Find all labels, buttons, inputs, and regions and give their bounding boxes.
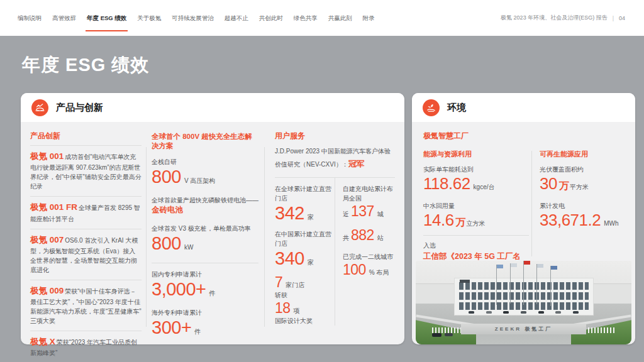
product-innovation-card: 产品与创新 产品创新 极氪 001成功首创“电动汽车单次充电行驶最远距离 907… <box>21 93 404 344</box>
stat-awarded-stores: 7 家门店 <box>275 275 335 290</box>
renewable-column: 可再生能源应用 光伏覆盖面积约 30 万 平方米 累计发电 33,671.2 M… <box>540 150 624 229</box>
report-nav: 编制说明 高管致辞 年度 ESG 绩效 关于极氪 可持续发展管治 超越不止 共创… <box>18 0 375 36</box>
service-heading: 用户服务 <box>275 131 395 141</box>
factory-heading: 极氪智慧工厂 <box>423 131 469 141</box>
nav-item-win-together[interactable]: 共赢此刻 <box>328 0 352 36</box>
stat-label: 累计发电 <box>540 201 624 211</box>
stat-label: 斩获 <box>275 290 335 300</box>
report-title: 极氪 2023 年环境、社会及治理(ESG) 报告 <box>501 14 608 22</box>
hand-leaf-icon <box>423 99 440 116</box>
china-flag <box>524 261 530 265</box>
stat-800kw: 800 kW <box>152 234 258 254</box>
jdpower-award: J.D.Power 2023 中国新能源汽车客户体验价值研究（NEV-CXVI）… <box>275 146 395 170</box>
list-item: 极氪 007OS6.0 首次引入 KrAI 大模型，为极氪智能交互系统（Eva）… <box>30 229 142 280</box>
product-card-header: 产品与创新 <box>21 93 404 122</box>
car-trend-icon <box>31 99 48 116</box>
stat-power-generated: 33,671.2 MWh <box>540 211 624 229</box>
stat-label: 中水回用量 <box>423 201 529 211</box>
battery-desc: 全球首款量产超快充磷酸铁锂电池—— <box>152 195 258 205</box>
stat-patents-os: 300+ 件 <box>152 318 258 338</box>
stat-label: 光伏覆盖面积约 <box>540 165 624 174</box>
stat-label: 自建充电站累计布局全国 <box>343 184 395 203</box>
top-nav-bar: 编制说明 高管致辞 年度 ESG 绩效 关于极氪 可持续发展管治 超越不止 共创… <box>0 0 644 36</box>
nav-item-appendix[interactable]: 附录 <box>363 0 375 36</box>
charging-tech-column: 全球首个 800V 超快充全生态解决方案 全栈自研 800 V 高压架构 全球首… <box>152 132 258 338</box>
building-logo <box>460 280 470 283</box>
column-divider <box>264 147 265 327</box>
stat-label: 在中国累计建立直营门店 <box>275 229 335 248</box>
environment-card-body: 极氪智慧工厂 能源与资源利用 实际单车能耗达到 118.62 kgce/台 中水… <box>412 122 635 344</box>
service-stats: 在全球累计建立直营门店 342 家 在中国累计建立直营门店 340 家 7 家门… <box>275 177 395 326</box>
nav-item-governance[interactable]: 可持续发展管治 <box>172 0 214 36</box>
stat-label: 已完成一二线城市 <box>343 252 395 261</box>
page-title: 年度 ESG 绩效 <box>22 53 149 78</box>
environment-card-header: 环境 <box>412 93 635 122</box>
meta-divider: | <box>613 15 614 21</box>
nav-item-beyond[interactable]: 超越不止 <box>225 0 248 36</box>
stat-label: 海外专利申请累计 <box>152 308 258 317</box>
stat-label: 全球首发 V3 极充桩，单枪最高功率 <box>152 224 258 233</box>
list-item: 极氪 X荣获“2023 年汽车工业品质创新巅峰奖” <box>30 331 142 362</box>
report-meta: 极氪 2023 年环境、社会及治理(ESG) 报告 | 04 <box>501 14 625 22</box>
stat-label: 国内专利申请累计 <box>152 270 258 279</box>
nav-item-about-zeekr[interactable]: 关于极氪 <box>137 0 161 36</box>
product-card-body: 产品创新 极氪 001成功首创“电动汽车单次充电行驶最远距离 907.623km… <box>21 122 404 344</box>
stat-city-coverage: 100 % 布局 <box>343 262 395 278</box>
tech-heading: 全球首个 800V 超快充全生态解决方案 <box>152 132 258 151</box>
stat-energy-per-car: 118.62 kgce/台 <box>423 175 529 193</box>
column-divider <box>146 147 147 327</box>
nav-item-ceo-message[interactable]: 高管致辞 <box>52 0 76 36</box>
factory-building <box>455 278 593 315</box>
environment-card-title: 环境 <box>447 102 466 114</box>
battery-name: 金砖电池 <box>152 205 258 216</box>
user-service-column: 用户服务 J.D.Power 2023 中国新能源汽车客户体验价值研究（NEV-… <box>275 131 395 326</box>
environment-card: 环境 极氪智慧工厂 能源与资源利用 实际单车能耗达到 118.62 kgce/台… <box>412 93 635 344</box>
stat-solar-area: 30 万 平方米 <box>540 175 624 193</box>
stat-stores-global: 342 家 <box>275 204 335 224</box>
stat-label: 实际单车能耗达到 <box>423 165 529 174</box>
innovation-heading: 产品创新 <box>30 131 142 141</box>
stat-charging-stations: 共 882 站 <box>343 228 395 243</box>
column-divider <box>531 151 532 256</box>
award-label: 入选 <box>423 241 529 250</box>
parked-cars <box>469 311 579 314</box>
list-item: 极氪 009荣获“中国十佳车身评选－最佳工艺大奖”，“中国心”2023 年度十佳… <box>30 280 142 331</box>
stat-800v: 800 V 高压架构 <box>152 167 258 187</box>
nav-item-compilation[interactable]: 编制说明 <box>18 0 42 36</box>
factory-photo: ZEEKR 极氪工厂 <box>416 261 631 344</box>
list-item: 极氪 001 FR全球量产首发 8295 智能座舱计算平台 <box>30 196 142 228</box>
stat-patents-cn: 3,000+ 件 <box>152 280 258 300</box>
nav-item-co-create[interactable]: 共创此时 <box>259 0 283 36</box>
stat-design-awards: 18 项 <box>275 300 335 316</box>
stat-water-reuse: 14.6 万 立方米 <box>423 211 529 229</box>
stat-stores-china: 340 家 <box>275 249 335 269</box>
renewable-heading: 可再生能源应用 <box>540 150 624 159</box>
product-innovation-column: 产品创新 极氪 001成功首创“电动汽车单次充电行驶最远距离 907.623km… <box>30 131 142 362</box>
service-stats-right: 自建充电站累计布局全国 近 137 城 共 882 站 已完成一二线城市 100 <box>335 178 395 326</box>
nav-item-annual-esg[interactable]: 年度 ESG 绩效 <box>87 0 126 36</box>
energy-column: 能源与资源利用 实际单车能耗达到 118.62 kgce/台 中水回用量 14.… <box>423 150 529 273</box>
service-stats-left: 在全球累计建立直营门店 342 家 在中国累计建立直营门店 340 家 7 家门… <box>275 178 335 326</box>
energy-heading: 能源与资源利用 <box>423 150 529 159</box>
stat-label: 全栈自研 <box>152 157 258 167</box>
stat-charging-cities: 近 137 城 <box>343 204 395 219</box>
list-item: 极氪 001成功首创“电动汽车单次充电行驶最远距离 907.623km”的吉尼斯… <box>30 145 142 196</box>
stat-label: 在全球累计建立直营门店 <box>275 184 335 203</box>
page-number: 04 <box>619 15 625 21</box>
product-card-title: 产品与创新 <box>56 102 103 114</box>
factory-sign-wall: ZEEKR 极氪工厂 <box>461 324 586 334</box>
stat-sublabel: 国际设计大奖 <box>275 316 335 326</box>
nav-item-green-share[interactable]: 绿色共享 <box>294 0 318 36</box>
patent-block: 国内专利申请累计 3,000+ 件 海外专利申请累计 300+ 件 <box>152 263 258 338</box>
factory-sign-text: ZEEKR 极氪工厂 <box>495 326 552 332</box>
